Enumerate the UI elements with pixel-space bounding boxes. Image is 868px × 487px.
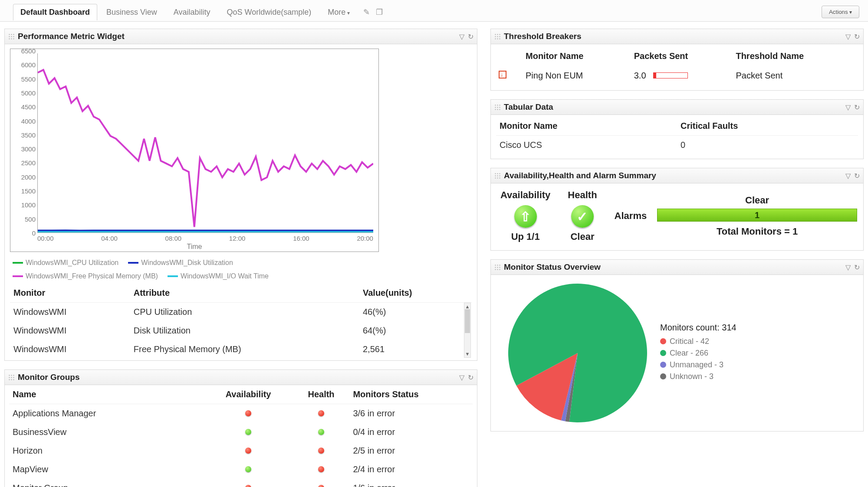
table-row[interactable]: MapView2/4 in error <box>9 460 473 479</box>
drag-handle-icon[interactable] <box>8 33 14 39</box>
cell-name: Horizon <box>9 441 204 460</box>
edit-dashboard-icon[interactable]: ✎ <box>363 7 370 17</box>
table-row[interactable]: Cisco UCS 0 <box>496 136 858 155</box>
monitors-count-label: Monitors count: 314 <box>660 323 736 333</box>
alarms-label: Alarms <box>615 210 647 222</box>
availability-label: Availability <box>500 190 550 201</box>
availability-value: Up 1/1 <box>500 231 550 242</box>
cell-name: Applications Manager <box>9 404 204 423</box>
table-row[interactable]: Applications Manager3/6 in error <box>9 404 473 423</box>
legend-item[interactable]: WindowsWMI_CPU Utilization <box>13 257 118 268</box>
legend-swatch-icon <box>660 338 666 344</box>
actions-dropdown-button[interactable]: Actions <box>822 6 859 18</box>
widget-title: Tabular Data <box>504 102 553 112</box>
widget-menu-icon[interactable]: ▽ <box>845 33 851 41</box>
performance-table: Monitor Attribute Value(units) WindowsWM… <box>10 284 472 359</box>
alarms-clear-bar[interactable]: 1 <box>657 209 857 222</box>
widget-menu-icon[interactable]: ▽ <box>459 373 464 382</box>
scroll-thumb[interactable] <box>465 309 470 333</box>
tabular-data-widget: Tabular Data ▽ ↻ Monitor Name Critical F… <box>490 99 864 159</box>
threshold-breakers-widget: Threshold Breakers ▽ ↻ Monitor Name Pack… <box>490 29 864 91</box>
scroll-down-icon[interactable]: ▼ <box>464 351 470 356</box>
dashboard-tabs: Default Dashboard Business View Availabi… <box>13 4 357 20</box>
legend-item[interactable]: Unmanaged - 3 <box>660 360 736 369</box>
legend-item[interactable]: Critical - 42 <box>660 337 736 346</box>
performance-metric-widget: Performance Metric Widget ▽ ↻ I/O Wait T… <box>4 29 477 361</box>
col-threshold-name: Threshold Name <box>733 47 858 65</box>
status-pie-chart <box>508 284 647 422</box>
cell-status: 1/6 in error <box>349 479 473 487</box>
col-health: Health <box>293 385 350 404</box>
health-status-icon <box>318 448 324 454</box>
widget-menu-icon[interactable]: ▽ <box>845 103 851 111</box>
widget-refresh-icon[interactable]: ↻ <box>468 33 473 41</box>
legend-item[interactable]: Clear - 266 <box>660 349 736 358</box>
widget-refresh-icon[interactable]: ↻ <box>854 33 860 41</box>
monitor-groups-table: Name Availability Health Monitors Status… <box>9 385 473 487</box>
availability-block: Availability ⇧ Up 1/1 <box>500 190 550 242</box>
table-row[interactable]: Monitor Group1/6 in error <box>9 479 473 487</box>
widget-menu-icon[interactable]: ▽ <box>845 263 851 271</box>
tab-business-view[interactable]: Business View <box>99 4 164 20</box>
legend-item[interactable]: WindowsWMI_Free Physical Memory (MB) <box>13 270 158 282</box>
col-availability: Availability <box>204 385 293 404</box>
table-row[interactable]: WindowsWMIDisk Utilization64(%) <box>10 321 472 340</box>
cell-status: 2/5 in error <box>349 441 473 460</box>
col-name: Name <box>9 385 204 404</box>
legend-swatch-icon <box>660 350 666 356</box>
widget-refresh-icon[interactable]: ↻ <box>468 373 473 382</box>
table-row[interactable]: Ping Non EUM 3.0 Packet Sent <box>496 66 858 85</box>
new-window-icon[interactable]: ❐ <box>376 7 383 17</box>
tab-default-dashboard[interactable]: Default Dashboard <box>13 4 97 20</box>
col-monitor-name: Monitor Name <box>496 117 677 136</box>
table-row[interactable]: WindowsWMIFree Physical Memory (MB)2,561 <box>10 340 472 359</box>
alarms-block: Alarms Clear 1 Total Monitors = 1 <box>615 195 857 237</box>
drag-handle-icon[interactable] <box>494 264 500 270</box>
alarms-clear-label: Clear <box>657 195 857 206</box>
table-row[interactable]: Horizon2/5 in error <box>9 441 473 460</box>
col-attribute: Attribute <box>130 284 359 303</box>
cell-status: 2/4 in error <box>349 460 473 479</box>
widget-refresh-icon[interactable]: ↻ <box>854 263 860 271</box>
chart-plot-area <box>37 53 373 233</box>
drag-handle-icon[interactable] <box>494 33 500 39</box>
cell-status: 0/4 in error <box>349 423 473 441</box>
availability-status-icon <box>245 429 251 435</box>
col-monitors-status: Monitors Status <box>349 385 473 404</box>
widget-title: Threshold Breakers <box>504 32 581 41</box>
widget-title: Performance Metric Widget <box>18 32 125 41</box>
monitor-groups-widget: Monitor Groups ▽ ↻ Name Availability Hea… <box>4 369 477 487</box>
widget-menu-icon[interactable]: ▽ <box>459 33 464 41</box>
widget-refresh-icon[interactable]: ↻ <box>854 172 860 180</box>
widget-title: Monitor Groups <box>18 373 79 382</box>
widget-refresh-icon[interactable]: ↻ <box>854 103 860 111</box>
cell-packets-sent: 3.0 <box>631 66 733 85</box>
widget-menu-icon[interactable]: ▽ <box>845 172 851 180</box>
scroll-up-icon[interactable]: ▲ <box>464 304 470 309</box>
legend-item[interactable]: WindowsWMI_Disk Utilization <box>128 257 233 268</box>
col-packets-sent: Packets Sent <box>631 47 733 65</box>
monitor-status-overview-widget: Monitor Status Overview ▽ ↻ Monitors cou… <box>490 259 864 431</box>
tab-qos-worldwide[interactable]: QoS Worldwide(sample) <box>219 4 319 20</box>
tab-more-dropdown[interactable]: More <box>320 4 357 20</box>
col-value: Value(units) <box>359 284 472 303</box>
table-row[interactable]: WindowsWMICPU Utilization46(%) <box>10 303 472 322</box>
health-block: Health ✓ Clear <box>568 190 597 242</box>
legend-swatch-icon <box>660 373 666 379</box>
pie-legend: Monitors count: 314 Critical - 42Clear -… <box>660 323 736 384</box>
check-icon: ✓ <box>571 205 594 228</box>
table-scrollbar[interactable]: ▲ ▼ <box>464 303 471 358</box>
alert-icon <box>499 71 506 78</box>
cell-name: MapView <box>9 460 204 479</box>
drag-handle-icon[interactable] <box>8 374 14 380</box>
chart-x-axis-label: Time <box>11 242 378 251</box>
drag-handle-icon[interactable] <box>494 173 500 179</box>
legend-item[interactable]: WindowsWMI_I/O Wait Time <box>168 270 269 282</box>
drag-handle-icon[interactable] <box>494 104 500 110</box>
tab-availability[interactable]: Availability <box>166 4 218 20</box>
health-status-icon <box>318 429 324 435</box>
table-row[interactable]: BusinessView0/4 in error <box>9 423 473 441</box>
widget-title: Monitor Status Overview <box>504 262 601 272</box>
col-critical-faults: Critical Faults <box>677 117 858 136</box>
legend-item[interactable]: Unknown - 3 <box>660 372 736 381</box>
